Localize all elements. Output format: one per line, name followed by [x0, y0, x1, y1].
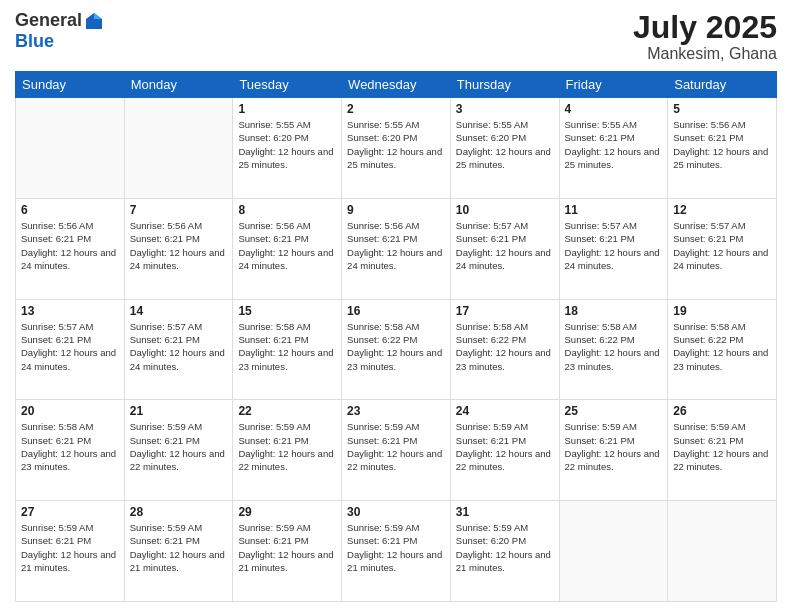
header-friday: Friday	[559, 72, 668, 98]
day-number: 24	[456, 404, 554, 418]
day-info: Sunrise: 5:56 AM Sunset: 6:21 PM Dayligh…	[238, 219, 336, 272]
svg-marker-1	[94, 13, 102, 19]
calendar-cell: 22Sunrise: 5:59 AM Sunset: 6:21 PM Dayli…	[233, 400, 342, 501]
title-area: July 2025 Mankesim, Ghana	[633, 10, 777, 63]
day-info: Sunrise: 5:56 AM Sunset: 6:21 PM Dayligh…	[673, 118, 771, 171]
day-info: Sunrise: 5:57 AM Sunset: 6:21 PM Dayligh…	[130, 320, 228, 373]
day-info: Sunrise: 5:58 AM Sunset: 6:22 PM Dayligh…	[565, 320, 663, 373]
day-info: Sunrise: 5:56 AM Sunset: 6:21 PM Dayligh…	[21, 219, 119, 272]
calendar-cell: 8Sunrise: 5:56 AM Sunset: 6:21 PM Daylig…	[233, 198, 342, 299]
day-info: Sunrise: 5:59 AM Sunset: 6:21 PM Dayligh…	[238, 521, 336, 574]
calendar-cell: 5Sunrise: 5:56 AM Sunset: 6:21 PM Daylig…	[668, 98, 777, 199]
day-info: Sunrise: 5:57 AM Sunset: 6:21 PM Dayligh…	[456, 219, 554, 272]
header-saturday: Saturday	[668, 72, 777, 98]
day-info: Sunrise: 5:59 AM Sunset: 6:21 PM Dayligh…	[673, 420, 771, 473]
day-number: 6	[21, 203, 119, 217]
day-info: Sunrise: 5:58 AM Sunset: 6:22 PM Dayligh…	[456, 320, 554, 373]
calendar-cell: 17Sunrise: 5:58 AM Sunset: 6:22 PM Dayli…	[450, 299, 559, 400]
location: Mankesim, Ghana	[633, 45, 777, 63]
day-number: 14	[130, 304, 228, 318]
day-number: 15	[238, 304, 336, 318]
calendar-cell: 6Sunrise: 5:56 AM Sunset: 6:21 PM Daylig…	[16, 198, 125, 299]
week-row-2: 13Sunrise: 5:57 AM Sunset: 6:21 PM Dayli…	[16, 299, 777, 400]
logo-icon	[84, 11, 104, 31]
calendar-cell: 27Sunrise: 5:59 AM Sunset: 6:21 PM Dayli…	[16, 501, 125, 602]
day-number: 29	[238, 505, 336, 519]
header: General Blue July 2025 Mankesim, Ghana	[15, 10, 777, 63]
calendar-cell: 13Sunrise: 5:57 AM Sunset: 6:21 PM Dayli…	[16, 299, 125, 400]
calendar-cell: 9Sunrise: 5:56 AM Sunset: 6:21 PM Daylig…	[342, 198, 451, 299]
calendar-cell: 20Sunrise: 5:58 AM Sunset: 6:21 PM Dayli…	[16, 400, 125, 501]
calendar-cell	[16, 98, 125, 199]
week-row-4: 27Sunrise: 5:59 AM Sunset: 6:21 PM Dayli…	[16, 501, 777, 602]
logo-blue: Blue	[15, 31, 54, 52]
day-number: 7	[130, 203, 228, 217]
day-number: 16	[347, 304, 445, 318]
day-number: 26	[673, 404, 771, 418]
calendar-cell: 7Sunrise: 5:56 AM Sunset: 6:21 PM Daylig…	[124, 198, 233, 299]
calendar-cell: 12Sunrise: 5:57 AM Sunset: 6:21 PM Dayli…	[668, 198, 777, 299]
day-info: Sunrise: 5:59 AM Sunset: 6:21 PM Dayligh…	[238, 420, 336, 473]
day-info: Sunrise: 5:59 AM Sunset: 6:21 PM Dayligh…	[347, 521, 445, 574]
day-number: 11	[565, 203, 663, 217]
calendar-cell: 26Sunrise: 5:59 AM Sunset: 6:21 PM Dayli…	[668, 400, 777, 501]
calendar-cell: 1Sunrise: 5:55 AM Sunset: 6:20 PM Daylig…	[233, 98, 342, 199]
day-number: 19	[673, 304, 771, 318]
logo-general: General	[15, 10, 82, 31]
day-number: 27	[21, 505, 119, 519]
header-wednesday: Wednesday	[342, 72, 451, 98]
calendar-cell: 4Sunrise: 5:55 AM Sunset: 6:21 PM Daylig…	[559, 98, 668, 199]
week-row-1: 6Sunrise: 5:56 AM Sunset: 6:21 PM Daylig…	[16, 198, 777, 299]
day-number: 9	[347, 203, 445, 217]
week-row-0: 1Sunrise: 5:55 AM Sunset: 6:20 PM Daylig…	[16, 98, 777, 199]
calendar-cell: 31Sunrise: 5:59 AM Sunset: 6:20 PM Dayli…	[450, 501, 559, 602]
day-info: Sunrise: 5:56 AM Sunset: 6:21 PM Dayligh…	[347, 219, 445, 272]
calendar-cell: 25Sunrise: 5:59 AM Sunset: 6:21 PM Dayli…	[559, 400, 668, 501]
day-number: 1	[238, 102, 336, 116]
calendar-cell: 18Sunrise: 5:58 AM Sunset: 6:22 PM Dayli…	[559, 299, 668, 400]
page: General Blue July 2025 Mankesim, Ghana S…	[0, 0, 792, 612]
calendar-cell: 10Sunrise: 5:57 AM Sunset: 6:21 PM Dayli…	[450, 198, 559, 299]
day-info: Sunrise: 5:56 AM Sunset: 6:21 PM Dayligh…	[130, 219, 228, 272]
day-number: 25	[565, 404, 663, 418]
day-info: Sunrise: 5:59 AM Sunset: 6:21 PM Dayligh…	[565, 420, 663, 473]
calendar-cell: 23Sunrise: 5:59 AM Sunset: 6:21 PM Dayli…	[342, 400, 451, 501]
header-sunday: Sunday	[16, 72, 125, 98]
day-number: 4	[565, 102, 663, 116]
day-number: 21	[130, 404, 228, 418]
calendar-cell: 28Sunrise: 5:59 AM Sunset: 6:21 PM Dayli…	[124, 501, 233, 602]
week-row-3: 20Sunrise: 5:58 AM Sunset: 6:21 PM Dayli…	[16, 400, 777, 501]
day-info: Sunrise: 5:58 AM Sunset: 6:21 PM Dayligh…	[21, 420, 119, 473]
calendar-cell: 11Sunrise: 5:57 AM Sunset: 6:21 PM Dayli…	[559, 198, 668, 299]
day-info: Sunrise: 5:57 AM Sunset: 6:21 PM Dayligh…	[565, 219, 663, 272]
calendar-cell: 24Sunrise: 5:59 AM Sunset: 6:21 PM Dayli…	[450, 400, 559, 501]
day-number: 28	[130, 505, 228, 519]
calendar-cell: 2Sunrise: 5:55 AM Sunset: 6:20 PM Daylig…	[342, 98, 451, 199]
day-info: Sunrise: 5:59 AM Sunset: 6:21 PM Dayligh…	[21, 521, 119, 574]
calendar-cell	[668, 501, 777, 602]
calendar-cell	[559, 501, 668, 602]
day-info: Sunrise: 5:59 AM Sunset: 6:20 PM Dayligh…	[456, 521, 554, 574]
day-number: 31	[456, 505, 554, 519]
day-info: Sunrise: 5:58 AM Sunset: 6:22 PM Dayligh…	[347, 320, 445, 373]
day-info: Sunrise: 5:58 AM Sunset: 6:21 PM Dayligh…	[238, 320, 336, 373]
calendar-cell	[124, 98, 233, 199]
day-info: Sunrise: 5:59 AM Sunset: 6:21 PM Dayligh…	[347, 420, 445, 473]
day-info: Sunrise: 5:57 AM Sunset: 6:21 PM Dayligh…	[673, 219, 771, 272]
header-monday: Monday	[124, 72, 233, 98]
day-info: Sunrise: 5:55 AM Sunset: 6:20 PM Dayligh…	[456, 118, 554, 171]
calendar-cell: 3Sunrise: 5:55 AM Sunset: 6:20 PM Daylig…	[450, 98, 559, 199]
calendar-cell: 15Sunrise: 5:58 AM Sunset: 6:21 PM Dayli…	[233, 299, 342, 400]
day-number: 5	[673, 102, 771, 116]
logo-text: General	[15, 10, 104, 31]
day-number: 12	[673, 203, 771, 217]
calendar-cell: 16Sunrise: 5:58 AM Sunset: 6:22 PM Dayli…	[342, 299, 451, 400]
day-number: 30	[347, 505, 445, 519]
day-number: 13	[21, 304, 119, 318]
day-number: 20	[21, 404, 119, 418]
logo: General Blue	[15, 10, 104, 52]
day-info: Sunrise: 5:57 AM Sunset: 6:21 PM Dayligh…	[21, 320, 119, 373]
day-number: 2	[347, 102, 445, 116]
calendar: Sunday Monday Tuesday Wednesday Thursday…	[15, 71, 777, 602]
day-headers: Sunday Monday Tuesday Wednesday Thursday…	[16, 72, 777, 98]
